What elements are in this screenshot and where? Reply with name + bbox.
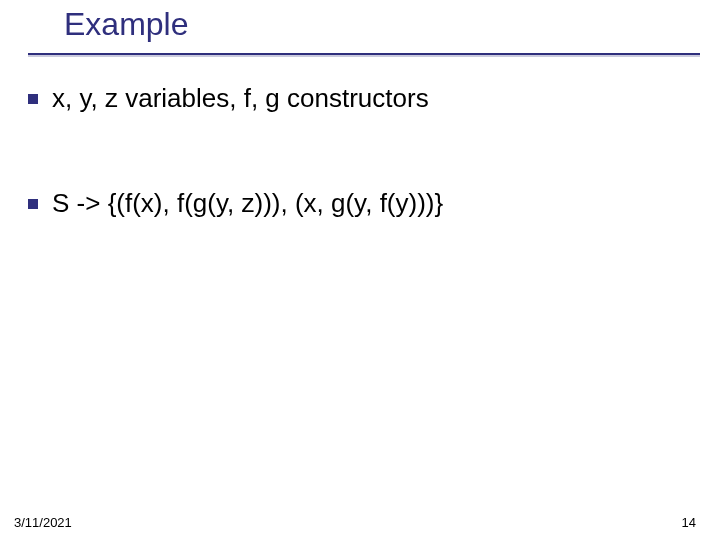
list-item: S -> {(f(x), f(g(y, z))), (x, g(y, f(y))… [28,187,692,220]
slide-title: Example [64,6,189,43]
footer-date: 3/11/2021 [14,515,72,530]
bullet-text: x, y, z variables, f, g constructors [52,82,429,115]
title-underline-shadow [28,55,700,57]
title-block: Example [64,6,189,43]
square-bullet-icon [28,199,38,209]
footer-page-number: 14 [682,515,696,530]
square-bullet-icon [28,94,38,104]
slide: Example x, y, z variables, f, g construc… [0,0,720,540]
list-item: x, y, z variables, f, g constructors [28,82,692,115]
bullet-text: S -> {(f(x), f(g(y, z))), (x, g(y, f(y))… [52,187,443,220]
body-content: x, y, z variables, f, g constructors S -… [28,82,692,291]
